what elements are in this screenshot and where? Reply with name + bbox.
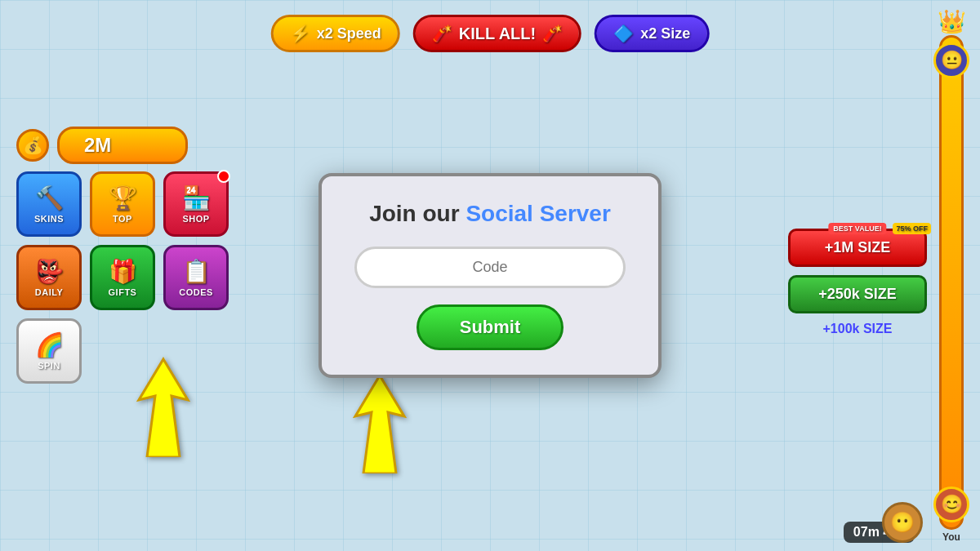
modal-title-part2: Social Server (466, 201, 610, 226)
modal-title: Join our Social Server (354, 201, 626, 227)
modal-overlay: Join our Social Server Submit (0, 0, 980, 551)
code-modal: Join our Social Server Submit (318, 173, 662, 378)
submit-button[interactable]: Submit (416, 304, 564, 350)
modal-title-part1: Join our (369, 201, 466, 226)
code-input[interactable] (354, 247, 626, 288)
